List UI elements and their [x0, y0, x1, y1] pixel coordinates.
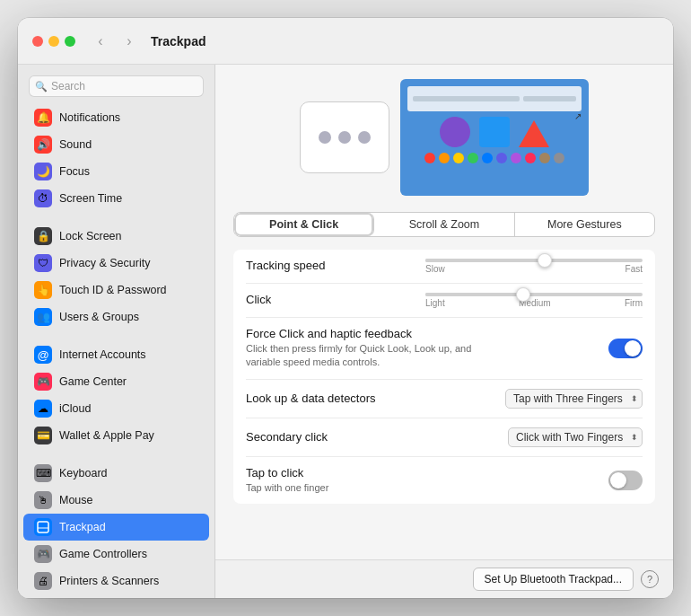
sidebar-item-privacy[interactable]: 🛡 Privacy & Security: [23, 250, 209, 277]
lock-screen-icon: 🔒: [34, 227, 52, 245]
screen-circle: [440, 117, 470, 147]
game-controllers-icon: 🎮: [34, 545, 52, 563]
bottom-bar: Set Up Bluetooth Trackpad... ?: [215, 559, 673, 598]
sidebar-item-users[interactable]: 👥 Users & Groups: [23, 304, 209, 330]
search-input[interactable]: [29, 75, 204, 97]
color-dot: [424, 153, 435, 163]
sidebar-item-trackpad[interactable]: Trackpad: [23, 514, 209, 541]
screen-bar: [413, 96, 520, 101]
back-button[interactable]: ‹: [90, 31, 111, 52]
click-labels: Light Medium Firm: [425, 298, 643, 308]
lookup-select[interactable]: Tap with Three Fingers: [505, 389, 643, 409]
sidebar-item-icloud[interactable]: ☁ iCloud: [23, 395, 209, 422]
firm-label: Firm: [625, 298, 643, 308]
sound-icon: 🔊: [34, 136, 52, 154]
click-fill: [425, 293, 523, 296]
forward-button[interactable]: ›: [118, 31, 140, 52]
sidebar-item-notifications[interactable]: 🔔 Notifications: [23, 104, 209, 131]
secondary-click-row: Secondary click Click with Two Fingers ⬍: [246, 418, 643, 457]
sidebar-item-keyboard[interactable]: ⌨ Keyboard: [23, 460, 209, 487]
sidebar-label: Focus: [59, 165, 90, 178]
touch-id-icon: 👆: [34, 281, 52, 299]
lookup-label: Look up & data detectors: [246, 392, 425, 405]
sidebar-label: Privacy & Security: [59, 257, 150, 269]
lookup-dropdown-wrapper: Tap with Three Fingers ⬍: [505, 389, 643, 409]
sidebar-label: Keyboard: [59, 467, 108, 480]
toggle-knob: [610, 472, 626, 488]
sidebar-label: Game Controllers: [59, 548, 147, 560]
main-window: ‹ › Trackpad 🔍 🔔 Notifications 🔊 Sound 🌙…: [18, 18, 673, 598]
sidebar-label: Users & Groups: [59, 311, 139, 323]
screen-square: [479, 117, 510, 147]
tab-scroll-zoom[interactable]: Scroll & Zoom: [374, 213, 514, 236]
tracking-speed-slider-container: Slow Fast: [425, 259, 643, 274]
sidebar-label: Internet Accounts: [59, 348, 146, 361]
trackpad-preview: [300, 101, 389, 173]
color-dot: [482, 153, 493, 163]
trackpad-dot: [338, 131, 351, 144]
lookup-row: Look up & data detectors Tap with Three …: [246, 380, 643, 418]
click-track[interactable]: [425, 293, 643, 296]
sidebar-label: Touch ID & Password: [59, 284, 167, 296]
color-dot: [453, 153, 464, 163]
main-panel: ↗: [215, 65, 673, 598]
sidebar-item-game-controllers[interactable]: 🎮 Game Controllers: [23, 541, 209, 568]
sidebar-item-touch-id[interactable]: 👆 Touch ID & Password: [23, 277, 209, 304]
sidebar-label: Sound: [59, 138, 92, 151]
users-icon: 👥: [34, 308, 52, 326]
help-button[interactable]: ?: [641, 570, 659, 588]
toggle-knob: [625, 340, 641, 356]
sidebar-item-screen-time[interactable]: ⏱ Screen Time: [23, 185, 209, 212]
sidebar-item-wallet[interactable]: 💳 Wallet & Apple Pay: [23, 422, 209, 449]
secondary-click-dropdown-wrapper: Click with Two Fingers ⬍: [508, 427, 643, 447]
sidebar-item-game-center[interactable]: 🎮 Game Center: [23, 368, 209, 395]
focus-icon: 🌙: [34, 163, 52, 180]
settings-panel: Tracking speed Slow Fast: [233, 250, 655, 504]
tracking-speed-row: Tracking speed Slow Fast: [246, 250, 643, 284]
color-dot: [525, 153, 536, 163]
internet-icon: @: [34, 346, 52, 364]
tap-to-click-toggle[interactable]: [608, 471, 643, 490]
traffic-lights: [32, 36, 75, 47]
secondary-click-label: Secondary click: [246, 430, 425, 444]
secondary-click-select[interactable]: Click with Two Fingers: [508, 427, 643, 447]
search-icon: 🔍: [35, 81, 48, 92]
sidebar-label: Game Center: [59, 375, 127, 388]
screen-objects: [400, 117, 589, 147]
sidebar-item-sound[interactable]: 🔊 Sound: [23, 131, 209, 158]
maximize-button[interactable]: [65, 36, 75, 47]
tab-more-gestures[interactable]: More Gestures: [515, 213, 654, 236]
trackpad-icon: [34, 518, 52, 536]
sidebar-item-printers[interactable]: 🖨 Printers & Scanners: [23, 568, 209, 594]
color-dot: [439, 153, 450, 163]
color-dot: [496, 153, 507, 163]
content-area: 🔍 🔔 Notifications 🔊 Sound 🌙 Focus ⏱ Scre…: [18, 65, 673, 598]
color-dot: [539, 153, 550, 163]
minimize-button[interactable]: [48, 36, 59, 47]
sidebar-label: Trackpad: [59, 521, 106, 533]
sidebar-label: Notifications: [59, 111, 120, 124]
search-box[interactable]: 🔍: [29, 75, 204, 97]
sidebar-label: Screen Time: [59, 192, 122, 205]
sidebar-item-internet[interactable]: @ Internet Accounts: [23, 341, 209, 368]
mouse-icon: 🖱: [34, 491, 52, 509]
sidebar-item-lock-screen[interactable]: 🔒 Lock Screen: [23, 223, 209, 250]
tracking-speed-track[interactable]: [425, 259, 643, 262]
force-click-left: Force Click and haptic feedback Click th…: [246, 327, 479, 370]
close-button[interactable]: [32, 36, 43, 47]
sidebar-item-focus[interactable]: 🌙 Focus: [23, 158, 209, 185]
tab-point-click[interactable]: Point & Click: [234, 213, 374, 236]
light-label: Light: [425, 298, 445, 308]
bluetooth-trackpad-button[interactable]: Set Up Bluetooth Trackpad...: [473, 568, 634, 591]
tracking-speed-label: Tracking speed: [246, 259, 425, 272]
privacy-icon: 🛡: [34, 254, 52, 272]
force-click-sublabel: Click then press firmly for Quick Look, …: [246, 342, 479, 370]
sidebar-label: Mouse: [59, 494, 93, 506]
click-label: Click: [246, 293, 425, 306]
click-thumb[interactable]: [516, 287, 530, 302]
force-click-toggle[interactable]: [608, 339, 643, 358]
screen-time-icon: ⏱: [34, 189, 52, 207]
tracking-speed-thumb[interactable]: [538, 253, 552, 268]
titlebar: ‹ › Trackpad: [18, 18, 673, 65]
sidebar-item-mouse[interactable]: 🖱 Mouse: [23, 487, 209, 514]
